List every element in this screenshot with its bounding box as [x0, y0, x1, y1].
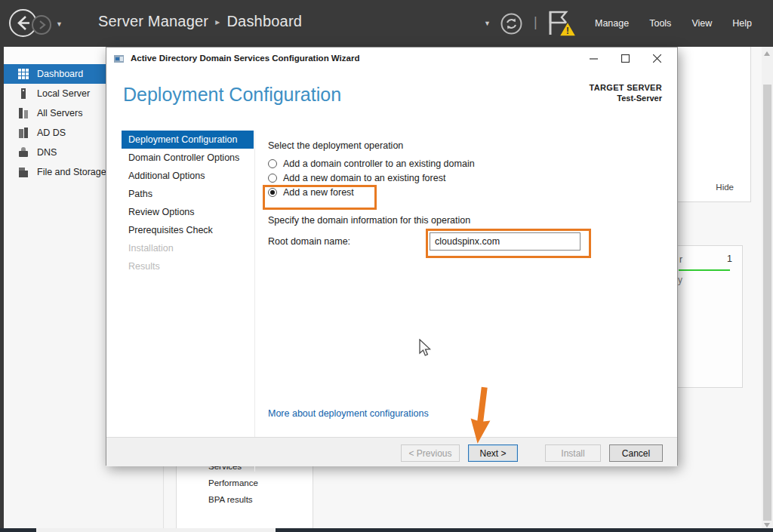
- scroll-down-icon[interactable]: [764, 523, 770, 527]
- topbar-menus: ManageToolsViewHelp: [595, 0, 752, 47]
- breadcrumb-current: Dashboard: [226, 13, 302, 29]
- screen: ▼ Server Manager▸Dashboard ▼ | ! ManageT…: [0, 0, 773, 532]
- radio-option-add-a-new-domain-to-an-existing-forest[interactable]: Add a new domain to an existing forest: [268, 171, 475, 185]
- toolbar-separator: |: [534, 14, 537, 30]
- forward-arrow-icon: [33, 17, 50, 33]
- sidebar-item-label: All Servers: [37, 108, 82, 118]
- list-item-performance[interactable]: Performance: [177, 475, 313, 491]
- wizard-nav-additional-options[interactable]: Additional Options: [122, 167, 254, 185]
- warning-triangle-icon: !: [559, 22, 576, 36]
- dns-icon: [18, 147, 29, 158]
- tile-count: 1: [727, 254, 732, 264]
- forward-button[interactable]: [32, 15, 51, 35]
- radio-label: Add a domain controller to an existing d…: [283, 158, 475, 169]
- menu-help[interactable]: Help: [732, 18, 752, 29]
- root-domain-label: Root domain name:: [268, 236, 350, 247]
- previous-button: < Previous: [401, 444, 460, 462]
- bottom-edge-light-segment: [36, 528, 276, 532]
- wizard-nav: Deployment ConfigurationDomain Controlle…: [122, 131, 254, 275]
- menu-manage[interactable]: Manage: [595, 18, 629, 29]
- wizard-footer: < PreviousNext >InstallCancel: [106, 437, 677, 466]
- menu-tools[interactable]: Tools: [649, 18, 671, 29]
- annotation-box-domain-input: [426, 229, 591, 258]
- breadcrumb: Server Manager▸Dashboard: [98, 13, 302, 30]
- wizard-nav-paths[interactable]: Paths: [122, 185, 254, 203]
- wizard-nav-deployment-configuration[interactable]: Deployment Configuration: [122, 131, 254, 149]
- refresh-icon[interactable]: [500, 13, 522, 35]
- wizard-titlebar[interactable]: Active Directory Domain Services Configu…: [106, 48, 677, 69]
- tile-text-fragment: r: [679, 254, 682, 265]
- wizard-nav-results[interactable]: Results: [122, 257, 254, 275]
- list-item-bpa-results[interactable]: BPA results: [177, 491, 313, 508]
- menu-view[interactable]: View: [691, 18, 712, 29]
- vertical-scrollbar[interactable]: [762, 47, 773, 532]
- page-title: Deployment Configuration: [123, 84, 341, 106]
- svg-text:!: !: [566, 25, 569, 36]
- wizard-nav-domain-controller-options[interactable]: Domain Controller Options: [122, 149, 254, 167]
- notifications-flag-icon[interactable]: !: [545, 9, 580, 39]
- next-button[interactable]: Next >: [468, 444, 518, 462]
- minimize-icon: [590, 54, 598, 63]
- target-server-name: Test-Server: [590, 93, 662, 103]
- wizard-nav-installation[interactable]: Installation: [122, 239, 254, 257]
- sidebar-item-label: AD DS: [37, 128, 66, 138]
- adds-configuration-wizard: Active Directory Domain Services Configu…: [106, 47, 678, 466]
- tile-text-fragment: y: [678, 275, 682, 285]
- maximize-button[interactable]: [609, 48, 641, 69]
- target-server-label: TARGET SERVER: [590, 82, 662, 93]
- wizard-app-icon: [113, 53, 125, 64]
- radio-option-add-a-domain-controller-to-an-existing-domain[interactable]: Add a domain controller to an existing d…: [268, 156, 475, 171]
- wizard-nav-review-options[interactable]: Review Options: [122, 203, 254, 221]
- wizard-nav-prerequisites-check[interactable]: Prerequisites Check: [122, 221, 254, 239]
- close-icon: [653, 54, 661, 63]
- nav-dropdown-caret-icon[interactable]: ▼: [56, 20, 63, 28]
- file-storage-icon: [18, 167, 29, 177]
- cancel-button[interactable]: Cancel: [609, 444, 663, 462]
- install-button: Install: [545, 444, 601, 462]
- maximize-icon: [621, 54, 630, 63]
- topbar: ▼ Server Manager▸Dashboard ▼ | ! ManageT…: [0, 0, 773, 47]
- scrollbar-thumb[interactable]: [763, 85, 771, 521]
- more-about-link[interactable]: More about deployment configurations: [268, 408, 429, 419]
- local-server-icon: [18, 88, 29, 99]
- ad-ds-icon: [18, 128, 29, 138]
- annotation-box-new-forest: [263, 185, 377, 210]
- target-server-block: TARGET SERVER Test-Server: [590, 82, 662, 103]
- breadcrumb-separator-icon: ▸: [215, 17, 220, 27]
- wizard-window-title: Active Directory Domain Services Configu…: [131, 54, 359, 63]
- breadcrumb-root[interactable]: Server Manager: [98, 13, 208, 29]
- minimize-button[interactable]: [577, 48, 609, 69]
- roles-tile: r 1 y: [672, 245, 743, 388]
- window-bottom-edge: [0, 528, 773, 532]
- wizard-nav-separator: [254, 131, 255, 472]
- scroll-up-icon[interactable]: [764, 51, 770, 56]
- operation-label: Select the deployment operation: [268, 140, 403, 151]
- dashboard-icon: [18, 69, 29, 79]
- sidebar-item-label: Dashboard: [37, 69, 83, 79]
- mouse-cursor: [418, 339, 433, 358]
- health-indicator-green: [679, 269, 730, 271]
- radio-label: Add a new domain to an existing forest: [283, 173, 445, 183]
- radio-icon[interactable]: [268, 159, 277, 168]
- radio-icon[interactable]: [268, 174, 277, 183]
- domain-info-label: Specify the domain information for this …: [268, 215, 470, 226]
- sidebar-item-label: Local Server: [37, 88, 90, 99]
- all-servers-icon: [18, 108, 29, 118]
- hide-link[interactable]: Hide: [716, 183, 734, 192]
- sidebar-item-label: File and Storage: [37, 167, 106, 177]
- sidebar-item-label: DNS: [37, 147, 57, 158]
- close-button[interactable]: [641, 48, 673, 69]
- server-dropdown-caret-icon[interactable]: ▼: [484, 20, 491, 27]
